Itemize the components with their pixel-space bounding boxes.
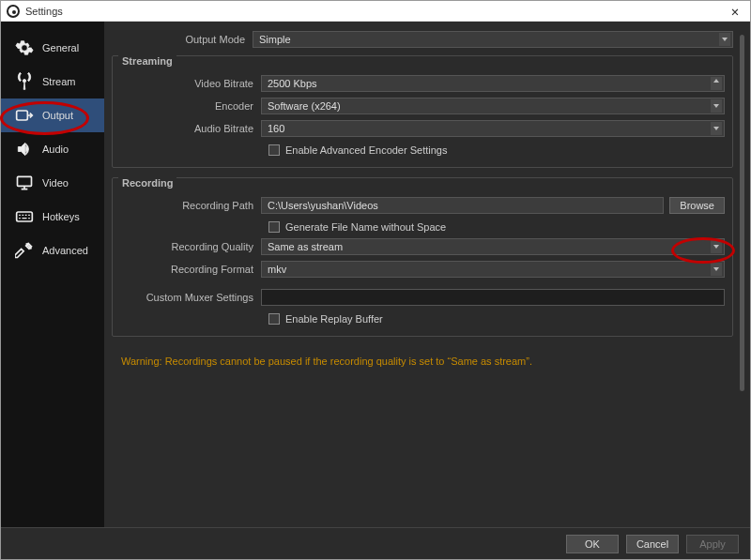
row-output-mode: Output Mode Simple	[112, 29, 733, 50]
window-title: Settings	[25, 6, 726, 17]
checkbox-icon	[268, 144, 280, 156]
output-mode-label: Output Mode	[112, 34, 253, 45]
tools-icon	[14, 240, 35, 261]
sidebar-item-hotkeys[interactable]: Hotkeys	[1, 200, 104, 234]
keyboard-icon	[14, 206, 35, 227]
row-recording-quality: Recording Quality Same as stream	[120, 236, 725, 257]
sidebar-item-stream[interactable]: Stream	[1, 65, 104, 98]
sidebar-item-label: Output	[42, 110, 73, 121]
close-icon[interactable]: ✕	[726, 4, 744, 19]
encoder-label: Encoder	[120, 100, 261, 112]
output-mode-select[interactable]: Simple	[253, 31, 733, 48]
sidebar-item-output[interactable]: Output	[1, 98, 104, 132]
replay-buffer-check[interactable]: Enable Replay Buffer	[268, 310, 725, 328]
row-video-bitrate: Video Bitrate 2500 Kbps	[120, 73, 725, 94]
checkbox-icon	[268, 313, 280, 325]
sidebar-item-label: Advanced	[42, 245, 88, 256]
obs-icon	[7, 5, 20, 18]
scrollarea: Output Mode Simple Streaming Video Bitra…	[104, 22, 750, 527]
svg-rect-1	[18, 176, 32, 186]
enable-advanced-label: Enable Advanced Encoder Settings	[285, 144, 447, 156]
sidebar-item-label: Hotkeys	[42, 211, 80, 222]
footer: OK Cancel Apply	[1, 527, 750, 559]
gear-icon	[14, 38, 35, 58]
recording-quality-select[interactable]: Same as stream	[261, 238, 725, 255]
browse-button[interactable]: Browse	[669, 197, 725, 214]
recording-legend: Recording	[118, 177, 176, 189]
video-bitrate-label: Video Bitrate	[120, 78, 261, 89]
speaker-icon	[14, 139, 35, 159]
monitor-icon	[14, 173, 35, 193]
gen-filename-label: Generate File Name without Space	[285, 221, 446, 233]
recording-format-select[interactable]: mkv	[261, 261, 725, 278]
audio-bitrate-select[interactable]: 160	[261, 120, 725, 137]
row-muxer: Custom Muxer Settings	[120, 287, 725, 308]
svg-rect-2	[17, 212, 33, 221]
audio-bitrate-label: Audio Bitrate	[120, 123, 261, 134]
replay-buffer-label: Enable Replay Buffer	[285, 313, 383, 325]
recording-path-label: Recording Path	[120, 200, 261, 211]
sidebar-item-audio[interactable]: Audio	[1, 132, 104, 166]
sidebar: General Stream Output Audio	[1, 22, 104, 527]
muxer-field[interactable]	[261, 289, 725, 306]
encoder-select[interactable]: Software (x264)	[261, 98, 725, 114]
recording-format-label: Recording Format	[120, 264, 261, 275]
sidebar-item-label: Audio	[42, 144, 69, 155]
enable-advanced-check[interactable]: Enable Advanced Encoder Settings	[268, 141, 725, 159]
recording-group: Recording Recording Path C:\Users\yushan…	[112, 177, 733, 337]
row-recording-format: Recording Format mkv	[120, 259, 725, 280]
cancel-button[interactable]: Cancel	[626, 535, 679, 553]
checkbox-icon	[268, 221, 280, 233]
sidebar-item-advanced[interactable]: Advanced	[1, 234, 104, 267]
recording-quality-label: Recording Quality	[120, 241, 261, 252]
body: General Stream Output Audio	[1, 22, 750, 527]
muxer-label: Custom Muxer Settings	[120, 292, 261, 303]
output-icon	[14, 105, 35, 126]
video-bitrate-field[interactable]: 2500 Kbps	[261, 75, 725, 92]
warning-text: Warning: Recordings cannot be paused if …	[112, 346, 733, 367]
antenna-icon	[14, 71, 35, 92]
scrollbar[interactable]	[740, 35, 744, 391]
recording-path-field[interactable]: C:\Users\yushan\Videos	[261, 197, 664, 214]
svg-rect-0	[17, 111, 28, 120]
sidebar-item-label: Stream	[42, 76, 75, 87]
sidebar-item-video[interactable]: Video	[1, 166, 104, 200]
sidebar-item-general[interactable]: General	[1, 31, 104, 65]
content: Output Mode Simple Streaming Video Bitra…	[104, 22, 750, 527]
streaming-group: Streaming Video Bitrate 2500 Kbps Encode…	[112, 55, 733, 168]
sidebar-item-label: General	[42, 42, 79, 53]
titlebar: Settings ✕	[1, 1, 750, 22]
ok-button[interactable]: OK	[566, 535, 619, 553]
row-encoder: Encoder Software (x264)	[120, 96, 725, 116]
streaming-legend: Streaming	[118, 55, 176, 67]
sidebar-item-label: Video	[42, 177, 69, 189]
apply-button[interactable]: Apply	[686, 535, 739, 553]
row-audio-bitrate: Audio Bitrate 160	[120, 118, 725, 139]
gen-filename-check[interactable]: Generate File Name without Space	[268, 218, 725, 236]
settings-window: Settings ✕ General Stream Output	[0, 0, 751, 560]
row-recording-path: Recording Path C:\Users\yushan\Videos Br…	[120, 195, 725, 216]
